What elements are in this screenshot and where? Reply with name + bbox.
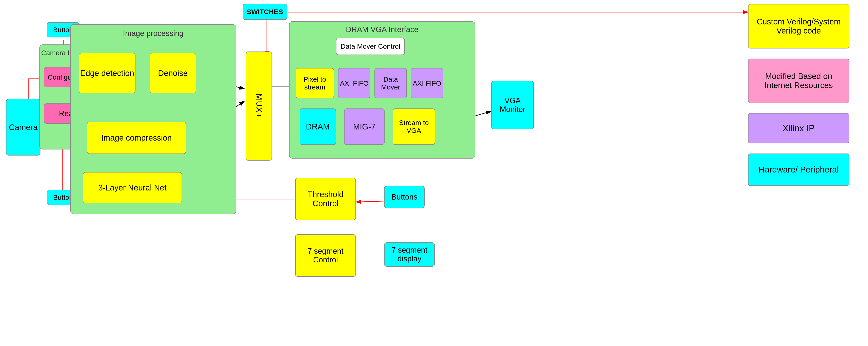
- denoise-label: Denoise: [158, 69, 188, 78]
- axi-fifo-1-label: AXI FIFO: [340, 79, 369, 87]
- seven-seg-display-block: 7 segment display: [384, 242, 435, 267]
- mig7-block: MIG-7: [344, 108, 384, 145]
- threshold-control-block: Threshold Control: [295, 178, 356, 220]
- dram-label: DRAM: [306, 122, 330, 131]
- denoise-block: Denoise: [150, 53, 196, 93]
- threshold-control-label: Threshold Control: [296, 190, 355, 208]
- legend-custom-verilog: Custom Verilog/System Verilog code: [748, 4, 849, 48]
- legend-xilinx-ip-label: Xilinx IP: [783, 123, 815, 133]
- legend-modified-internet-label: Modified Based on Internet Resources: [750, 72, 847, 90]
- mig7-label: MIG-7: [353, 122, 375, 131]
- edge-detection-label: Edge detection: [80, 69, 134, 78]
- camera-block: Camera: [6, 99, 40, 155]
- data-mover-control-block: Data Mover Control: [336, 38, 405, 55]
- legend-modified-internet: Modified Based on Internet Resources: [748, 59, 849, 103]
- neural-net-block: 3-Layer Neural Net: [83, 172, 182, 203]
- button-top-label: Button: [53, 26, 73, 34]
- neural-net-label: 3-Layer Neural Net: [98, 183, 166, 192]
- axi-fifo-1-block: AXI FIFO: [338, 68, 370, 98]
- seven-seg-control-label: 7 segment Control: [296, 247, 355, 264]
- edge-detection-block: Edge detection: [79, 53, 135, 93]
- seven-seg-display-label: 7 segment display: [384, 246, 434, 263]
- data-mover-block: Data Mover: [374, 68, 407, 98]
- legend-hardware-peripheral-label: Hardware/ Peripheral: [758, 165, 839, 175]
- image-processing-label: Image processing: [123, 29, 184, 38]
- buttons-block: Buttons: [384, 186, 425, 208]
- data-mover-control-label: Data Mover Control: [341, 42, 400, 50]
- dram-block: DRAM: [300, 108, 336, 145]
- axi-fifo-2-block: AXI FIFO: [411, 68, 443, 98]
- image-compression-block: Image compression: [87, 122, 186, 154]
- vga-monitor-label: VGA Monitor: [492, 96, 533, 114]
- pixel-to-stream-label: Pixel to stream: [296, 75, 334, 91]
- button-bottom-label: Button: [53, 194, 73, 201]
- svg-line-30: [356, 201, 388, 202]
- legend-hardware-peripheral: Hardware/ Peripheral: [748, 153, 849, 186]
- legend-custom-verilog-label: Custom Verilog/System Verilog code: [750, 17, 847, 35]
- camera-label: Camera: [9, 123, 38, 132]
- axi-fifo-2-label: AXI FIFO: [413, 79, 441, 87]
- buttons-label: Buttons: [392, 193, 417, 201]
- dram-vga-container: DRAM VGA Interface Data Mover Control Pi…: [289, 21, 475, 159]
- legend-xilinx-ip: Xilinx IP: [748, 113, 849, 143]
- image-processing-container: Image processing Edge detection Denoise …: [70, 24, 236, 214]
- switches-block: SWITCHES: [243, 4, 287, 20]
- data-mover-label: Data Mover: [375, 75, 406, 91]
- stream-to-vga-block: Stream to VGA: [393, 108, 435, 145]
- vga-monitor-block: VGA Monitor: [491, 81, 534, 129]
- mux-label: MUX+: [254, 94, 263, 118]
- mux-block: MUX+: [246, 51, 272, 161]
- dram-vga-label: DRAM VGA Interface: [346, 25, 418, 34]
- image-compression-label: Image compression: [101, 133, 172, 142]
- stream-to-vga-label: Stream to VGA: [393, 119, 435, 135]
- switches-label: SWITCHES: [247, 8, 283, 16]
- pixel-to-stream-block: Pixel to stream: [296, 68, 334, 98]
- seven-seg-control-block: 7 segment Control: [295, 234, 356, 277]
